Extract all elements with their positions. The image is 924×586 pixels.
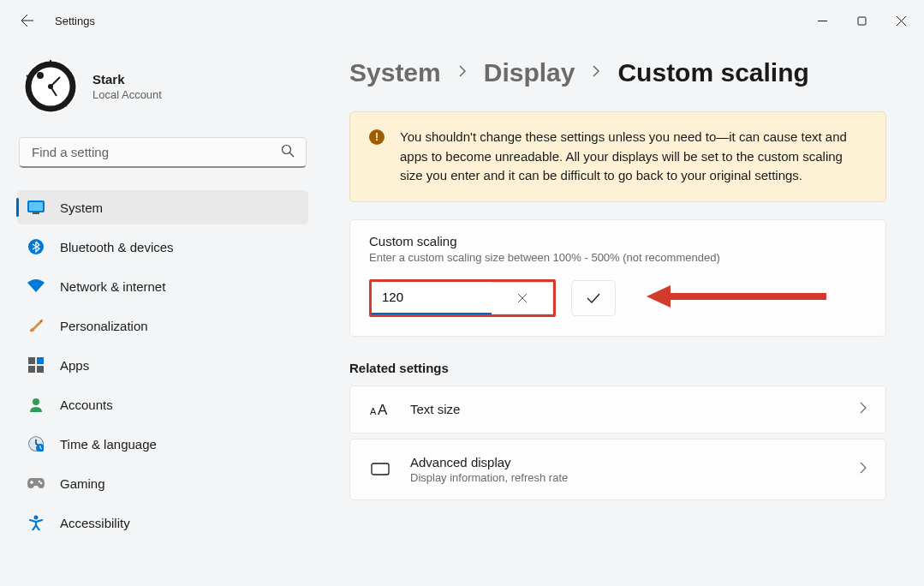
bluetooth-icon — [27, 238, 45, 255]
accessibility-icon — [27, 514, 45, 531]
breadcrumb-system[interactable]: System — [349, 58, 441, 87]
user-account-block[interactable]: Stark Local Account — [17, 51, 308, 132]
close-icon — [897, 16, 906, 26]
system-icon — [27, 199, 45, 216]
apps-icon — [27, 356, 45, 374]
sidebar-item-label: Gaming — [60, 476, 105, 491]
titlebar: Settings — [0, 0, 924, 41]
sidebar-item-accounts[interactable]: Accounts — [17, 387, 308, 422]
person-icon — [27, 396, 45, 413]
scaling-input-group — [369, 279, 556, 317]
svg-point-18 — [39, 481, 41, 483]
close-button[interactable] — [881, 3, 921, 38]
svg-rect-12 — [28, 366, 35, 373]
sidebar-item-network[interactable]: Network & internet — [17, 269, 308, 303]
avatar — [24, 60, 77, 113]
brush-icon — [27, 317, 45, 334]
text-size-icon: AA — [369, 402, 391, 417]
sidebar-item-label: Personalization — [60, 319, 148, 333]
warning-text: You shouldn't change these settings unle… — [400, 128, 867, 186]
sidebar-item-apps[interactable]: Apps — [17, 348, 308, 382]
breadcrumb: System Display Custom scaling — [349, 58, 886, 87]
clock-icon — [27, 435, 45, 452]
sidebar-item-system[interactable]: System — [17, 190, 308, 224]
related-text-size[interactable]: AA Text size — [349, 386, 886, 434]
svg-rect-7 — [29, 202, 43, 211]
sidebar-item-label: Bluetooth & devices — [60, 240, 174, 254]
svg-rect-13 — [37, 366, 44, 373]
sidebar-item-label: Network & internet — [60, 279, 165, 294]
close-icon — [517, 293, 528, 303]
related-settings-heading: Related settings — [349, 361, 886, 375]
search-input[interactable] — [19, 137, 307, 168]
search-box — [19, 137, 307, 168]
custom-scaling-title: Custom scaling — [369, 234, 867, 248]
sidebar-item-gaming[interactable]: Gaming — [17, 466, 308, 500]
sidebar-item-label: Accounts — [60, 398, 113, 412]
chevron-right-icon — [860, 462, 867, 477]
chevron-right-icon — [860, 402, 867, 417]
svg-text:A: A — [378, 402, 388, 417]
main-content: System Display Custom scaling ! You shou… — [319, 41, 924, 586]
scaling-value-input[interactable] — [372, 282, 492, 314]
svg-text:A: A — [370, 406, 377, 416]
checkmark-icon — [587, 293, 600, 303]
svg-point-14 — [33, 398, 39, 405]
user-account-type: Local Account — [92, 88, 162, 101]
related-item-sub: Display information, refresh rate — [410, 471, 568, 484]
annotation-arrow-icon — [647, 284, 826, 313]
svg-rect-8 — [33, 212, 39, 214]
custom-scaling-subtitle: Enter a custom scaling size between 100%… — [369, 251, 867, 264]
sidebar-item-label: Time & language — [60, 437, 157, 451]
chevron-right-icon — [458, 64, 467, 81]
breadcrumb-current: Custom scaling — [617, 58, 808, 87]
svg-rect-0 — [858, 17, 866, 25]
app-title: Settings — [55, 15, 95, 27]
sidebar-item-bluetooth[interactable]: Bluetooth & devices — [17, 230, 308, 264]
sidebar-item-accessibility[interactable]: Accessibility — [17, 505, 308, 540]
warning-banner: ! You shouldn't change these settings un… — [349, 111, 886, 202]
sidebar-item-label: System — [60, 200, 103, 215]
related-advanced-display[interactable]: Advanced display Display information, re… — [349, 439, 886, 500]
back-arrow-icon — [21, 14, 34, 27]
maximize-icon — [857, 16, 867, 26]
sidebar: Stark Local Account System Bluetooth & d… — [0, 41, 319, 586]
breadcrumb-display[interactable]: Display — [484, 58, 575, 87]
maximize-button[interactable] — [842, 3, 881, 38]
back-button[interactable] — [17, 10, 38, 31]
warning-icon: ! — [369, 129, 385, 145]
display-icon — [369, 463, 391, 476]
svg-rect-11 — [37, 357, 44, 364]
minimize-icon — [818, 16, 827, 26]
sidebar-item-time-language[interactable]: Time & language — [17, 427, 308, 461]
user-name: Stark — [92, 72, 162, 87]
chevron-right-icon — [592, 64, 600, 81]
confirm-button[interactable] — [571, 280, 616, 316]
svg-rect-10 — [28, 357, 35, 364]
svg-rect-23 — [372, 463, 389, 475]
minimize-button[interactable] — [802, 3, 842, 38]
sidebar-item-label: Apps — [60, 358, 89, 373]
sidebar-item-personalization[interactable]: Personalization — [17, 308, 308, 343]
svg-point-3 — [37, 72, 44, 79]
svg-point-20 — [34, 516, 39, 520]
wifi-icon — [27, 278, 45, 295]
clear-button[interactable] — [492, 282, 553, 314]
gamepad-icon — [27, 475, 45, 492]
related-item-label: Text size — [410, 402, 460, 416]
sidebar-item-label: Accessibility — [60, 516, 130, 530]
related-item-label: Advanced display — [410, 455, 568, 469]
svg-point-19 — [40, 482, 43, 485]
custom-scaling-card: Custom scaling Enter a custom scaling si… — [349, 219, 886, 337]
